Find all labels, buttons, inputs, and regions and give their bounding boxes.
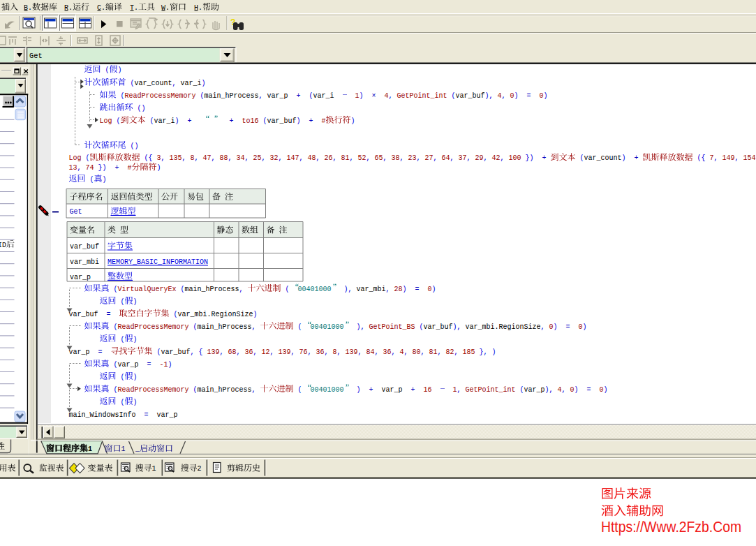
svg-text:Log: Log [100, 117, 112, 125]
svg-text:=: = [587, 386, 591, 394]
svg-text:32: 32 [270, 154, 279, 162]
svg-text:,: , [383, 154, 387, 162]
svg-text:(: ( [105, 66, 110, 74]
svg-text:,: , [182, 154, 186, 162]
svg-text:,: , [262, 154, 266, 162]
svg-text:,: , [366, 154, 371, 162]
svg-text:var_p: var_p [118, 361, 139, 369]
svg-text:,: , [433, 154, 438, 162]
svg-text:147: 147 [287, 154, 299, 162]
svg-text:36: 36 [383, 348, 392, 356]
svg-text:Get: Get [70, 208, 82, 216]
svg-text:Https://Www.2Fzb.Com: Https://Www.2Fzb.Com [601, 518, 741, 536]
svg-text:+: + [369, 386, 373, 394]
svg-text:var_count: var_count [584, 154, 622, 162]
svg-text:),: ), [545, 386, 554, 394]
svg-text:},: }, [480, 348, 488, 356]
svg-text:48: 48 [308, 154, 316, 162]
svg-text:ReadProcessMemory: ReadProcessMemory [125, 92, 196, 100]
svg-text:ReadProcessMemory: ReadProcessMemory [118, 386, 189, 394]
svg-text:var_buf: var_buf [70, 243, 99, 251]
svg-text:,: , [457, 386, 461, 394]
svg-text:29: 29 [475, 154, 484, 162]
svg-text:68: 68 [228, 348, 237, 356]
svg-text:=: = [566, 323, 570, 331]
svg-text:): ) [133, 374, 138, 381]
svg-text:to16: to16 [242, 117, 259, 125]
svg-text:34: 34 [237, 154, 245, 162]
svg-text:,: , [228, 154, 232, 162]
svg-text:): ) [492, 348, 496, 356]
svg-text:81: 81 [341, 154, 350, 162]
svg-text:+: + [188, 117, 192, 125]
svg-text:): ) [583, 323, 587, 331]
svg-text:,: , [291, 348, 295, 356]
svg-text:=: = [98, 348, 103, 356]
svg-text:var_count: var_count [135, 80, 172, 87]
svg-text:,: , [195, 154, 199, 162]
svg-text:+: + [115, 164, 119, 172]
svg-text:#: # [322, 117, 326, 125]
svg-text:,: , [484, 154, 488, 162]
svg-text:16: 16 [424, 386, 432, 394]
svg-text:),: ), [357, 323, 365, 331]
svg-text:36: 36 [245, 348, 253, 356]
svg-text:),: ), [453, 323, 461, 331]
svg-text:GetPoint_BS: GetPoint_BS [369, 323, 415, 331]
svg-text:,: , [299, 154, 304, 162]
svg-text:): ) [168, 361, 172, 369]
svg-text:27: 27 [425, 154, 433, 162]
svg-text:MEMORY_BASIC_INFORMATION: MEMORY_BASIC_INFORMATION [108, 258, 208, 266]
svg-text:): ) [202, 80, 206, 87]
svg-text:+: + [542, 154, 547, 162]
svg-text:(: ( [90, 176, 94, 184]
svg-text:{: { [199, 348, 203, 356]
svg-text:,: , [245, 154, 249, 162]
svg-text:,: , [358, 348, 362, 356]
svg-text:,: , [454, 348, 459, 356]
svg-text:var_buf: var_buf [456, 92, 485, 100]
svg-text:VirtualQueryEx: VirtualQueryEx [118, 286, 177, 293]
svg-text:,: , [252, 323, 256, 331]
svg-text:,: , [400, 154, 404, 162]
svg-text:): ) [622, 154, 626, 162]
svg-text:154: 154 [743, 154, 756, 162]
svg-text:,: , [259, 92, 263, 100]
svg-text:,: , [502, 92, 506, 100]
svg-text:80: 80 [413, 348, 421, 356]
svg-text:var_mbi: var_mbi [357, 286, 386, 293]
svg-text:84: 84 [366, 348, 375, 356]
svg-text:139: 139 [279, 348, 291, 356]
svg-text:,: , [421, 348, 425, 356]
svg-text:main_hProcess: main_hProcess [185, 286, 239, 293]
svg-text:(: ( [86, 154, 90, 162]
svg-text:(): () [138, 105, 146, 112]
svg-text:var_p: var_p [69, 348, 90, 356]
svg-text:var_mbi.RegionSize: var_mbi.RegionSize [178, 311, 253, 318]
svg-text:1: 1 [121, 445, 126, 453]
svg-text:+: + [297, 92, 301, 100]
svg-text:,: , [350, 154, 354, 162]
svg-text:=: = [144, 411, 149, 419]
svg-text:81: 81 [429, 348, 438, 356]
svg-text:36: 36 [316, 348, 325, 356]
svg-text:=: = [147, 361, 151, 369]
svg-text:,: , [386, 286, 390, 293]
svg-text:): ) [351, 117, 355, 125]
svg-text:}): }) [526, 154, 534, 162]
svg-text:2: 2 [198, 465, 202, 473]
svg-text:#: # [128, 164, 132, 172]
svg-text:): ) [403, 286, 407, 293]
svg-text:23: 23 [408, 154, 417, 162]
svg-text:,: , [541, 323, 545, 331]
svg-text:): ) [175, 117, 179, 125]
svg-text:100: 100 [509, 154, 521, 162]
svg-text:main_hProcess: main_hProcess [205, 92, 259, 100]
svg-text:,: , [77, 164, 82, 172]
svg-text:82: 82 [446, 348, 454, 356]
svg-text:): ) [360, 92, 364, 100]
svg-text:185: 185 [463, 348, 475, 356]
svg-text:): ) [575, 386, 579, 394]
svg-text:,: , [714, 154, 718, 162]
svg-text:,: , [467, 154, 471, 162]
